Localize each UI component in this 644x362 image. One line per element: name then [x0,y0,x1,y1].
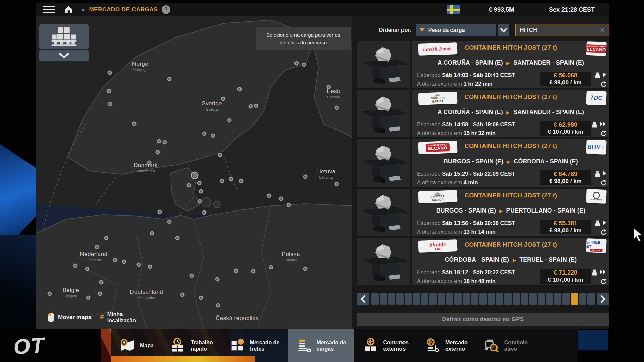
page-square[interactable] [496,293,503,305]
city-marker[interactable] [86,295,91,300]
cargo-offer-row[interactable]: Lavish Foods CONTAINER HITCH JOST (27 t)… [357,41,609,88]
city-marker[interactable] [155,150,160,155]
nav-item-mercado-externo[interactable]: Mercado externo [417,329,476,362]
city-marker[interactable] [85,267,89,271]
home-button[interactable] [64,5,73,14]
city-marker[interactable] [180,293,185,297]
city-marker[interactable] [221,96,225,101]
page-square[interactable] [554,293,561,305]
page-square[interactable] [429,293,437,305]
city-marker[interactable] [157,139,161,143]
city-marker[interactable] [251,269,256,274]
selected-city-marker[interactable] [192,173,197,178]
city-marker[interactable] [158,209,162,214]
current-page-square[interactable] [571,293,578,305]
cargo-offer-row[interactable]: Shuttlecola CONTAINER HITCH JOST (27 t) … [357,238,609,285]
set-gps-destination-button[interactable]: Definir como destino no GPS [357,313,609,326]
city-marker[interactable] [202,210,207,215]
city-marker[interactable] [104,236,109,240]
page-square[interactable] [454,293,462,305]
city-marker[interactable] [132,122,136,126]
page-square[interactable] [562,293,570,305]
city-marker[interactable] [199,189,203,194]
next-page-button[interactable] [597,293,609,305]
collapse-panel-button[interactable] [39,50,89,61]
city-marker[interactable] [334,182,339,186]
city-marker[interactable] [327,85,331,89]
page-square[interactable] [587,293,595,305]
city-marker[interactable] [248,104,253,108]
city-marker[interactable] [211,133,215,138]
city-marker[interactable] [137,262,141,267]
city-marker[interactable] [294,61,299,66]
city-marker[interactable] [218,153,222,157]
city-marker[interactable] [239,179,244,183]
city-marker[interactable] [229,177,233,181]
city-marker[interactable] [175,236,180,240]
city-marker[interactable] [202,132,207,136]
city-marker[interactable] [99,280,103,284]
menu-icon[interactable] [43,5,55,14]
city-marker[interactable] [220,179,224,183]
city-marker[interactable] [186,183,191,188]
city-marker[interactable] [286,203,291,207]
search-input[interactable] [519,27,599,34]
city-marker[interactable] [216,303,220,308]
page-square[interactable] [413,293,420,305]
page-square[interactable] [521,293,528,305]
page-square[interactable] [504,293,512,305]
city-marker[interactable] [73,264,77,268]
city-marker[interactable] [95,245,99,249]
sort-dropdown[interactable]: Peso da carga [416,24,496,36]
page-square[interactable] [438,293,445,305]
city-marker[interactable] [107,89,111,94]
city-marker[interactable] [197,181,202,185]
city-marker[interactable] [163,140,167,145]
city-marker[interactable] [227,118,232,123]
cargo-offer-row[interactable]: CONSTRUCCIONESELCANO CONTAINER HITCH JOS… [357,139,609,187]
city-marker[interactable] [269,265,273,270]
city-marker[interactable] [237,87,241,91]
city-marker[interactable] [267,194,271,198]
city-marker[interactable] [234,269,238,273]
page-square[interactable] [446,293,453,305]
nav-item-contratos-externos[interactable]: Contratos externos [354,329,417,362]
route-map[interactable]: NorgeNoruegaSverigeSuéciaEestiEstóniaDan… [36,16,352,329]
cargo-offer-row[interactable]: CANTERAIBÉRICA CONTAINER HITCH JOST (27 … [357,90,609,137]
cargo-view-button[interactable] [39,24,89,49]
city-marker[interactable] [48,291,52,296]
page-square[interactable] [538,293,545,305]
city-marker[interactable] [279,196,283,201]
city-marker[interactable] [122,260,126,264]
city-marker[interactable] [254,104,258,108]
page-square[interactable] [463,293,470,305]
city-marker[interactable] [215,277,219,281]
page-square[interactable] [421,293,429,305]
city-marker[interactable] [147,161,152,165]
city-marker[interactable] [303,266,307,271]
page-square[interactable] [396,293,404,305]
nav-item-mercado-de-cargas[interactable]: Mercado de cargas [288,329,355,362]
city-marker[interactable] [199,295,203,300]
page-square[interactable] [479,293,487,305]
city-marker[interactable] [302,62,306,67]
city-marker[interactable] [98,292,102,296]
page-square[interactable] [405,293,412,305]
page-square[interactable] [488,293,495,305]
page-square[interactable] [529,293,537,305]
city-marker[interactable] [108,71,112,75]
page-square[interactable] [471,293,478,305]
city-marker[interactable] [197,199,202,203]
page-square[interactable] [380,293,387,305]
page-square[interactable] [579,293,587,305]
cargo-offer-row[interactable]: CANTERAIBÉRICA CONTAINER HITCH JOST (27 … [357,189,609,236]
clear-search-icon[interactable]: ✕ [599,26,605,34]
city-marker[interactable] [303,175,307,179]
city-marker[interactable] [108,102,112,106]
page-square[interactable] [371,293,379,305]
city-marker[interactable] [148,265,152,269]
sort-expand-button[interactable] [498,24,509,36]
city-marker[interactable] [190,274,194,278]
city-marker[interactable] [113,258,117,262]
page-square[interactable] [546,293,553,305]
